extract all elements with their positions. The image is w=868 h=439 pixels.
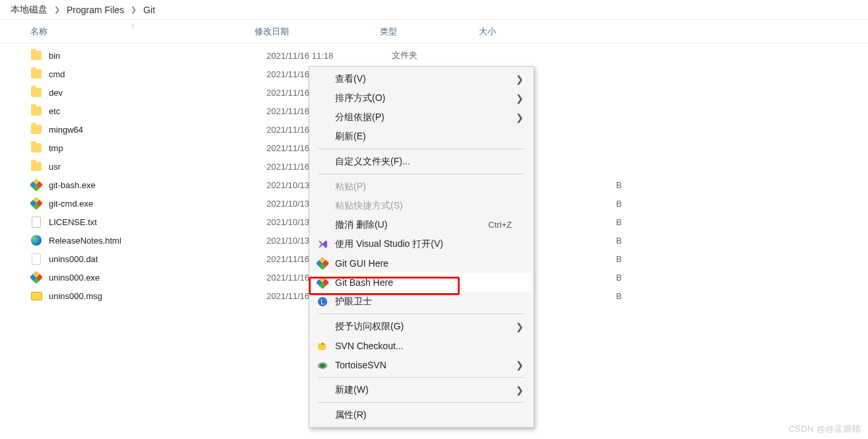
- breadcrumb[interactable]: 本地磁盘 ❯ Program Files ❯ Git: [0, 0, 868, 20]
- file-size-partial: B: [616, 236, 624, 246]
- folder-icon: [30, 68, 42, 80]
- file-name: ReleaseNotes.html: [49, 236, 240, 246]
- menu-huyan[interactable]: L护眼卫士: [311, 292, 532, 311]
- file-name: unins000.dat: [49, 254, 240, 264]
- file-name: git-bash.exe: [49, 180, 240, 190]
- menu-tortoise-svn[interactable]: TortoiseSVN❯: [311, 355, 532, 374]
- breadcrumb-seg[interactable]: Git: [143, 5, 155, 15]
- menu-refresh[interactable]: 刷新(E): [311, 127, 532, 146]
- edge-icon: [30, 234, 42, 246]
- column-headers: 〈 名称 修改日期 类型 大小: [0, 20, 868, 44]
- file-size-partial: B: [616, 199, 624, 209]
- svg-text:L: L: [321, 298, 325, 306]
- folder-icon: [30, 86, 42, 98]
- file-row[interactable]: bin2021/11/16 11:18文件夹: [0, 46, 868, 65]
- breadcrumb-seg[interactable]: Program Files: [67, 5, 124, 15]
- file-name: cmd: [49, 69, 240, 79]
- shield-icon: L: [317, 296, 328, 308]
- context-menu: 查看(V)❯ 排序方式(O)❯ 分组依据(P)❯ 刷新(E) 自定义文件夹(F)…: [309, 66, 534, 428]
- file-date: 2021/11/16 11:18: [266, 51, 392, 61]
- file-name: dev: [49, 88, 240, 98]
- file-size-partial: B: [616, 291, 624, 301]
- menu-sort[interactable]: 排序方式(O)❯: [311, 88, 532, 108]
- menu-separator: [318, 402, 525, 403]
- msg-icon: [30, 290, 42, 302]
- menu-separator: [318, 174, 525, 174]
- file-name: LICENSE.txt: [49, 217, 240, 227]
- menu-paste-shortcut: 粘贴快捷方式(S): [311, 196, 532, 215]
- chevron-right-icon: ❯: [516, 93, 524, 104]
- watermark: CSDN @@蓝眼睛: [788, 423, 861, 435]
- menu-vs-open[interactable]: 使用 Visual Studio 打开(V): [311, 234, 532, 253]
- menu-svn-checkout[interactable]: SVN Checkout...: [311, 336, 532, 355]
- file-name: etc: [49, 106, 240, 116]
- chevron-right-icon: ❯: [131, 5, 137, 14]
- col-date[interactable]: 修改日期: [255, 26, 380, 38]
- menu-paste: 粘贴(P): [311, 177, 532, 196]
- chevron-right-icon: ❯: [516, 360, 524, 370]
- menu-separator: [318, 377, 525, 378]
- col-size[interactable]: 大小: [479, 26, 545, 38]
- file-name: usr: [49, 162, 240, 172]
- file-name: tmp: [49, 143, 240, 153]
- chevron-right-icon: ❯: [516, 321, 524, 332]
- file-size-partial: B: [616, 217, 624, 227]
- menu-grant-access[interactable]: 授予访问权限(G)❯: [311, 317, 532, 336]
- menu-separator: [318, 149, 525, 149]
- menu-customize[interactable]: 自定义文件夹(F)...: [311, 152, 532, 171]
- sort-indicator-icon: 〈: [129, 22, 135, 31]
- git-icon: [30, 179, 42, 191]
- file-name: bin: [49, 51, 240, 61]
- col-type[interactable]: 类型: [380, 26, 479, 38]
- folder-icon: [30, 160, 42, 172]
- svg-point-4: [320, 364, 325, 368]
- file-size-partial: B: [616, 180, 624, 190]
- tortoise-icon: [317, 359, 328, 371]
- file-name: mingw64: [49, 125, 240, 135]
- folder-icon: [30, 142, 42, 154]
- menu-undo[interactable]: 撤消 删除(U)Ctrl+Z: [311, 215, 532, 234]
- folder-icon: [30, 123, 42, 135]
- file-type: 文件夹: [392, 50, 491, 61]
- folder-icon: [30, 105, 42, 117]
- menu-git-gui[interactable]: Git GUI Here: [311, 253, 532, 273]
- git-icon: [30, 271, 42, 283]
- git-icon: [317, 257, 328, 269]
- file-name: unins000.exe: [49, 273, 240, 283]
- visual-studio-icon: [317, 238, 328, 250]
- git-icon: [30, 197, 42, 209]
- file-size-partial: B: [616, 254, 624, 264]
- menu-group[interactable]: 分组依据(P)❯: [311, 108, 532, 127]
- file-name: unins000.msg: [49, 291, 240, 301]
- chevron-right-icon: ❯: [54, 5, 60, 14]
- breadcrumb-seg[interactable]: 本地磁盘: [11, 4, 47, 16]
- file-size-partial: B: [616, 273, 624, 283]
- file-name: git-cmd.exe: [49, 199, 240, 209]
- menu-git-bash[interactable]: Git Bash Here: [311, 273, 532, 292]
- folder-icon: [30, 50, 42, 61]
- shortcut-label: Ctrl+Z: [488, 220, 512, 230]
- menu-separator: [318, 314, 525, 314]
- menu-view[interactable]: 查看(V)❯: [311, 69, 532, 88]
- menu-properties[interactable]: 属性(R): [311, 405, 532, 424]
- dat-icon: [30, 253, 42, 265]
- chevron-right-icon: ❯: [516, 112, 524, 123]
- git-icon: [317, 277, 328, 288]
- txt-icon: [30, 216, 42, 228]
- menu-new[interactable]: 新建(W)❯: [311, 380, 532, 399]
- svn-checkout-icon: [317, 340, 328, 352]
- chevron-right-icon: ❯: [516, 74, 524, 84]
- chevron-right-icon: ❯: [516, 385, 524, 395]
